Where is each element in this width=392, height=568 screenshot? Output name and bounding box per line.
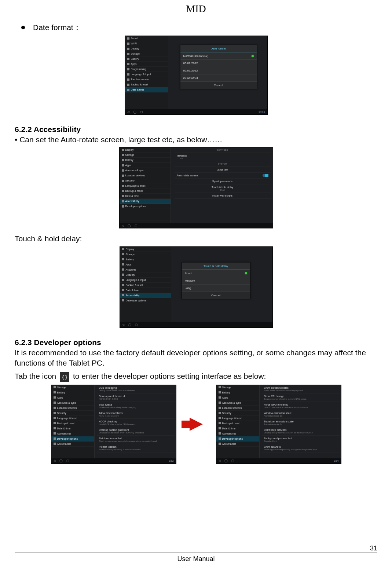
screenshot-dev-right: Storage Battery Apps Accounts & sync Loc…	[216, 385, 341, 464]
dialog-cancel-button[interactable]: Cancel	[182, 292, 250, 299]
page-content: Date format： Sound Wi-Fi Display Storage…	[15, 17, 377, 464]
screenshot-accessibility: Display Storage Battery Apps Accounts & …	[119, 147, 273, 228]
dialog-title: Date format	[180, 45, 257, 52]
list-item[interactable]: Touch & hold delayShort	[175, 184, 271, 193]
touch-hold-label: Touch & hold delay:	[15, 234, 377, 244]
bullet-date-format: Date format：	[15, 22, 377, 33]
screenshot-touch-hold: Display Storage Battery Apps Accounts Se…	[120, 246, 273, 328]
dialog-option[interactable]: Normal (3/12/2012)	[180, 52, 257, 60]
section-623-text1: It is recommended to use the factory def…	[15, 348, 377, 369]
dialog-option[interactable]: 03/02/2012	[180, 60, 257, 67]
nav-icons: ◁◯▢	[127, 110, 143, 114]
bullet-dot-icon	[21, 26, 25, 29]
screenshot-date-format: Sound Wi-Fi Display Storage Battery Apps…	[125, 36, 268, 115]
section-622-title: 6.2.2 Accessibility	[15, 125, 377, 134]
list-item[interactable]: Auto-rotate screen	[175, 173, 271, 179]
dialog-title: Touch & hold delay	[182, 263, 250, 270]
dialog-option[interactable]: Medium	[182, 277, 250, 285]
dialog-option[interactable]: Short	[182, 270, 250, 277]
status-time: 13:16	[259, 111, 265, 113]
dialog-option[interactable]: 02/03/2012	[180, 67, 257, 74]
page-footer: 31 User Manual	[15, 553, 377, 563]
screenshot-dev-left: Storage Battery Apps Accounts & sync Loc…	[51, 385, 176, 464]
section-623-text2: Tab the icon { } to enter the developer …	[15, 371, 377, 381]
toggle-icon[interactable]	[263, 174, 268, 177]
list-item[interactable]: Speak passwords	[175, 179, 271, 184]
developer-options-icon: { }	[60, 372, 69, 382]
bullet-label: Date format：	[33, 22, 81, 33]
page-header: MID	[15, 0, 377, 17]
header-title: MID	[186, 3, 206, 14]
list-item[interactable]: Large text	[175, 167, 271, 173]
dialog-cancel-button[interactable]: Cancel	[180, 82, 257, 89]
section-623-title: 6.2.3 Developer options	[15, 338, 377, 347]
dialog-option[interactable]: 2012/02/03	[180, 74, 257, 82]
arrow-right-icon	[190, 418, 203, 431]
list-item[interactable]: Install web scripts	[175, 193, 271, 199]
page-number: 31	[370, 545, 377, 552]
dev-options-pair: Storage Battery Apps Accounts & sync Loc…	[15, 385, 377, 464]
footer-label: User Manual	[177, 555, 215, 563]
section-622-text: • Can set the Auto-rotate screen, large …	[15, 135, 377, 145]
dialog-option[interactable]: Long	[182, 285, 250, 292]
